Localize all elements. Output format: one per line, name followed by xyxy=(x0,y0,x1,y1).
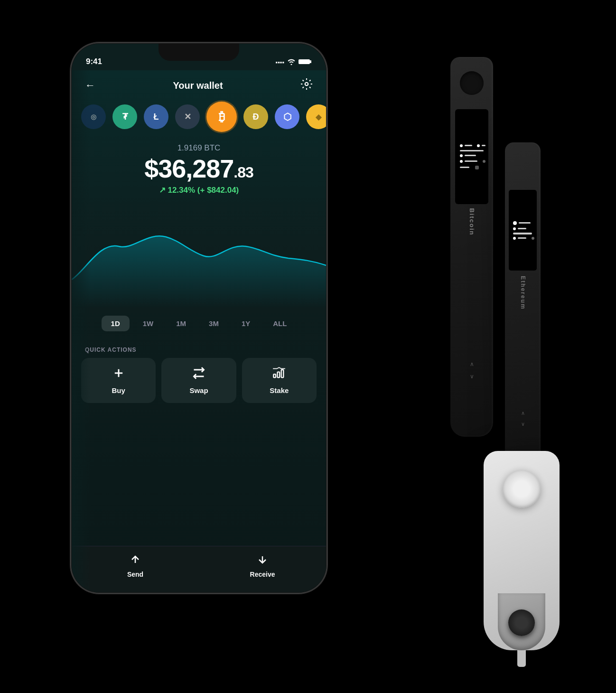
buy-icon xyxy=(112,366,125,383)
coin-row: ◎ ₮ Ł ✕ ₿ Ð ⬡ ◆ A xyxy=(72,101,326,136)
svg-point-2 xyxy=(305,83,308,86)
stake-button[interactable]: Stake xyxy=(242,358,317,403)
hw-screen-line-1 xyxy=(458,144,485,147)
hw-slim-line-3 xyxy=(511,233,534,234)
hw-nano-bottom xyxy=(498,593,545,650)
send-icon xyxy=(130,554,141,568)
phone: 9:41 ▪▪▪▪ xyxy=(71,43,327,593)
status-icons: ▪▪▪▪ xyxy=(276,58,312,66)
hw-nano-usb xyxy=(517,650,526,667)
battery-icon xyxy=(299,58,312,66)
receive-button[interactable]: Receive xyxy=(199,554,326,578)
wifi-icon xyxy=(287,58,296,66)
coin-xrp[interactable]: ✕ xyxy=(175,104,200,129)
price-chart xyxy=(72,204,326,308)
page-title: Your wallet xyxy=(173,80,223,91)
buy-label: Buy xyxy=(112,386,125,394)
time-filters: 1D 1W 1M 3M 1Y ALL xyxy=(72,308,326,339)
percent-change: ↗ 12.34% (+ $842.04) xyxy=(81,185,317,195)
hw-screen-line-4 xyxy=(458,160,485,163)
coin-btc[interactable]: ₿ xyxy=(206,102,237,132)
stake-label: Stake xyxy=(270,386,289,394)
hw-ethereum-screen xyxy=(509,190,537,271)
time-filter-1m[interactable]: 1M xyxy=(167,316,196,331)
btc-amount: 1.9169 BTC xyxy=(81,143,317,153)
hw-bitcoin-label: Bitcoin xyxy=(468,208,476,235)
usd-amount: $36,287.83 xyxy=(81,156,317,181)
receive-label: Receive xyxy=(250,571,275,578)
bottom-bar: Send Receive xyxy=(72,546,326,592)
time-filter-1y[interactable]: 1Y xyxy=(232,316,260,331)
time-filter-1w[interactable]: 1W xyxy=(133,316,163,331)
hw-ethereum-label: Ethereum xyxy=(520,276,526,309)
chart-container xyxy=(72,204,326,308)
hw-screen-line-3 xyxy=(458,154,485,157)
screen-content: ← Your wallet ◎ ₮ Ł ✕ ₿ xyxy=(72,70,326,592)
svg-rect-7 xyxy=(281,370,284,377)
coin-ltc[interactable]: Ł xyxy=(144,104,168,129)
time-filter-1d[interactable]: 1D xyxy=(102,316,130,331)
settings-button[interactable] xyxy=(300,78,313,93)
svg-rect-6 xyxy=(278,372,280,378)
quick-actions-label: QUICK ACTIONS xyxy=(72,339,326,358)
phone-inner: 9:41 ▪▪▪▪ xyxy=(72,44,326,592)
status-time: 9:41 xyxy=(86,57,102,66)
hw-slim-line-1 xyxy=(511,221,534,225)
swap-button[interactable]: Swap xyxy=(161,358,236,403)
notch xyxy=(159,44,239,61)
usd-whole: $36,287 xyxy=(144,154,233,183)
coin-bnb[interactable]: ◆ xyxy=(306,104,326,129)
time-filter-3m[interactable]: 3M xyxy=(199,316,228,331)
action-buttons: Buy Swap xyxy=(72,358,326,403)
hw-slim-line-2 xyxy=(511,227,534,230)
hw-ledger-nano-s xyxy=(484,451,560,650)
hw-screen-line-5 xyxy=(458,166,485,169)
hw-ledger-ethereum: Ethereum ∧ ∨ xyxy=(505,142,541,475)
hw-ledger-bitcoin: Bitcoin ∧ ∨ xyxy=(450,57,493,437)
hw-screen-line-2 xyxy=(458,150,485,151)
receive-icon xyxy=(257,554,268,568)
swap-icon xyxy=(192,366,205,383)
hw-nano-button xyxy=(508,609,535,636)
coin-doge[interactable]: Ð xyxy=(243,104,268,129)
coin-usdt[interactable]: ₮ xyxy=(112,104,137,129)
buy-button[interactable]: Buy xyxy=(81,358,156,403)
time-filter-all[interactable]: ALL xyxy=(263,316,296,331)
screen-header: ← Your wallet xyxy=(72,70,326,101)
svg-rect-5 xyxy=(274,374,276,377)
signal-icon: ▪▪▪▪ xyxy=(276,59,284,66)
send-label: Send xyxy=(127,571,143,578)
balance-section: 1.9169 BTC $36,287.83 ↗ 12.34% (+ $842.0… xyxy=(72,136,326,199)
coin-partial[interactable]: ◎ xyxy=(81,104,106,129)
usd-cents: .83 xyxy=(233,164,253,181)
back-button[interactable]: ← xyxy=(85,79,95,92)
send-button[interactable]: Send xyxy=(72,554,199,578)
svg-rect-0 xyxy=(299,59,310,64)
coin-eth[interactable]: ⬡ xyxy=(275,104,299,129)
stake-icon xyxy=(272,366,286,383)
scene: 9:41 ▪▪▪▪ xyxy=(47,19,569,674)
svg-rect-1 xyxy=(310,60,311,63)
swap-label: Swap xyxy=(189,386,208,394)
hw-slim-line-4 xyxy=(511,237,534,240)
hw-bitcoin-screen xyxy=(455,109,488,204)
